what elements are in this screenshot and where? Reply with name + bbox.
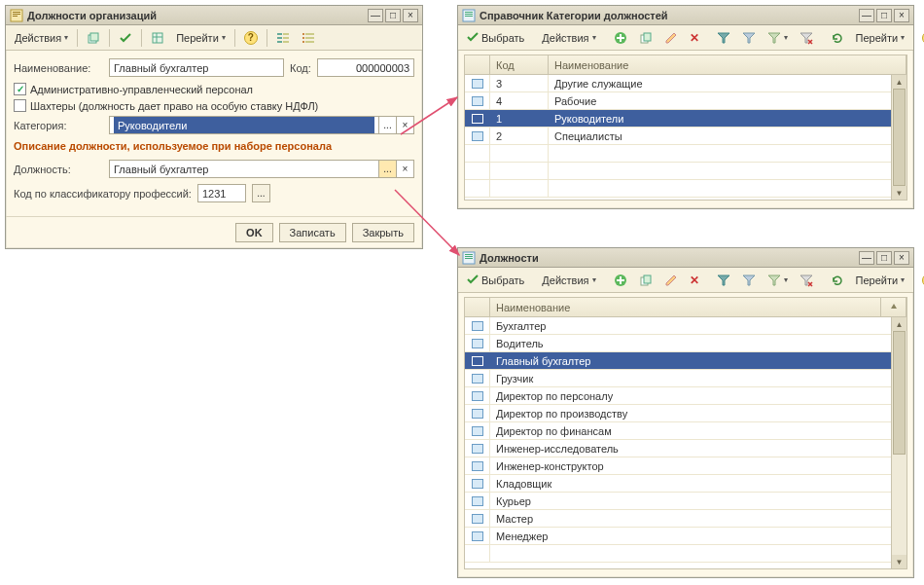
table-row[interactable]: Грузчик xyxy=(465,370,906,387)
checkbox-miners-label: Шахтеры (должность дает право на особую … xyxy=(30,100,318,112)
maximize-button[interactable]: □ xyxy=(876,9,892,22)
refresh-button[interactable] xyxy=(826,28,849,48)
actions-menu[interactable]: Действия▾ xyxy=(10,28,73,48)
combo-picker-button[interactable]: ... xyxy=(378,117,396,133)
filter-button-3[interactable]: ▾ xyxy=(763,271,793,290)
col-code[interactable]: Код xyxy=(490,55,549,74)
clear-filter-button[interactable] xyxy=(795,28,818,48)
help-button[interactable]: ? xyxy=(239,28,263,48)
row-icon xyxy=(465,475,490,492)
scroll-down-icon[interactable]: ▼ xyxy=(892,186,906,200)
table-row[interactable]: Директор по персоналу xyxy=(465,387,906,405)
close-button[interactable]: × xyxy=(894,9,909,22)
col-name[interactable]: Наименование xyxy=(549,55,906,74)
close-button[interactable]: × xyxy=(403,9,418,22)
add-button[interactable] xyxy=(609,271,632,290)
maximize-button[interactable]: □ xyxy=(385,9,401,22)
classifier-picker-button[interactable]: ... xyxy=(252,184,270,202)
minimize-button[interactable]: — xyxy=(859,9,874,22)
table-row[interactable]: Менеджер xyxy=(465,528,906,545)
table-row[interactable]: Инженер-исследователь xyxy=(465,440,906,457)
table-row[interactable]: 1Руководители xyxy=(465,110,906,128)
row-icon xyxy=(465,528,490,544)
clear-filter-button[interactable] xyxy=(795,271,818,290)
table-row[interactable]: Директор по производству xyxy=(465,405,906,422)
minimize-button[interactable]: — xyxy=(368,9,383,22)
goto-menu[interactable]: Перейти▾ xyxy=(851,28,910,48)
row-icon xyxy=(465,335,490,351)
edit-button[interactable] xyxy=(659,28,683,48)
svg-rect-17 xyxy=(302,41,304,43)
scroll-up-icon[interactable]: ▲ xyxy=(892,317,906,331)
checkbox-miners[interactable]: Шахтеры (должность дает право на особую … xyxy=(14,99,414,112)
titlebar[interactable]: Должности организаций — □ × xyxy=(6,6,422,25)
table-row[interactable]: Кладовщик xyxy=(465,475,906,493)
table-row[interactable]: Директор по финансам xyxy=(465,422,906,440)
classifier-input[interactable]: 1231 xyxy=(197,184,246,202)
combo-clear-button[interactable]: × xyxy=(396,117,413,133)
select-button[interactable]: Выбрать xyxy=(462,271,529,290)
refresh-button[interactable] xyxy=(826,271,849,290)
window-title: Должности xyxy=(480,252,857,264)
col-scroll-indicator[interactable] xyxy=(881,298,906,316)
col-icon[interactable] xyxy=(465,55,490,74)
category-combo[interactable]: Руководители ... × xyxy=(109,116,414,134)
toolbar-btn-5[interactable] xyxy=(297,28,320,48)
table-row[interactable]: Водитель xyxy=(465,335,906,352)
table-row[interactable]: 4Рабочие xyxy=(465,92,906,110)
form-body: Наименование: Главный бухгалтер Код: 000… xyxy=(6,51,422,216)
edit-button[interactable] xyxy=(659,271,683,290)
code-input[interactable]: 000000003 xyxy=(317,58,414,77)
add-button[interactable] xyxy=(609,28,632,48)
table-row[interactable]: Бухгалтер xyxy=(465,317,906,335)
combo-clear-button[interactable]: × xyxy=(396,161,413,177)
scroll-up-icon[interactable]: ▲ xyxy=(892,75,906,89)
delete-button[interactable]: ✕ xyxy=(685,271,704,290)
cell-code: 2 xyxy=(490,128,549,144)
copy-button[interactable] xyxy=(634,271,657,290)
table-row[interactable]: 3Другие служащие xyxy=(465,75,906,92)
filter-button-3[interactable]: ▾ xyxy=(763,28,793,48)
table-row[interactable]: 2Специалисты xyxy=(465,128,906,145)
copy-button[interactable] xyxy=(634,28,657,48)
titlebar[interactable]: Должности — □ × xyxy=(458,248,913,268)
save-button[interactable]: Записать xyxy=(279,223,346,242)
table-row[interactable]: Мастер xyxy=(465,510,906,528)
scrollbar[interactable]: ▲ ▼ xyxy=(891,75,906,200)
filter-button-2[interactable] xyxy=(737,28,761,48)
close-button[interactable]: × xyxy=(894,251,909,265)
select-button[interactable]: Выбрать xyxy=(462,28,529,48)
filter-button-1[interactable] xyxy=(712,28,735,48)
actions-menu[interactable]: Действия▾ xyxy=(537,28,600,48)
table-row[interactable]: Курьер xyxy=(465,493,906,510)
combo-picker-button[interactable]: ... xyxy=(378,161,396,177)
position-label: Должность: xyxy=(14,164,103,175)
toolbar-btn-3[interactable] xyxy=(146,28,169,48)
table-row[interactable]: Главный бухгалтер xyxy=(465,352,906,370)
table-row[interactable]: Инженер-конструктор xyxy=(465,457,906,475)
row-icon xyxy=(465,370,490,386)
maximize-button[interactable]: □ xyxy=(876,251,892,265)
delete-button[interactable]: ✕ xyxy=(685,28,704,48)
scroll-down-icon[interactable]: ▼ xyxy=(892,555,906,568)
position-combo[interactable]: Главный бухгалтер ... × xyxy=(109,160,414,178)
minimize-button[interactable]: — xyxy=(859,251,874,265)
scrollbar[interactable]: ▲ ▼ xyxy=(891,317,906,568)
goto-menu[interactable]: Перейти▾ xyxy=(851,271,910,290)
filter-button-2[interactable] xyxy=(737,271,761,290)
help-button[interactable]: ? xyxy=(917,271,924,290)
toolbar-btn-1[interactable] xyxy=(82,28,105,48)
actions-menu[interactable]: Действия▾ xyxy=(537,271,600,290)
col-name[interactable]: Наименование xyxy=(490,298,881,316)
col-icon[interactable] xyxy=(465,298,490,316)
goto-menu[interactable]: Перейти▾ xyxy=(171,28,231,48)
filter-button-1[interactable] xyxy=(712,271,735,290)
titlebar[interactable]: Справочник Категории должностей — □ × xyxy=(458,6,913,25)
ok-button[interactable]: OK xyxy=(235,223,273,242)
name-input[interactable]: Главный бухгалтер xyxy=(109,58,284,77)
toolbar-btn-2[interactable] xyxy=(114,28,137,48)
toolbar-btn-4[interactable] xyxy=(271,28,295,48)
checkbox-admin[interactable]: ✓ Административно-управленческий персона… xyxy=(14,83,414,95)
help-button[interactable]: ? xyxy=(917,28,924,48)
close-button[interactable]: Закрыть xyxy=(352,223,414,242)
